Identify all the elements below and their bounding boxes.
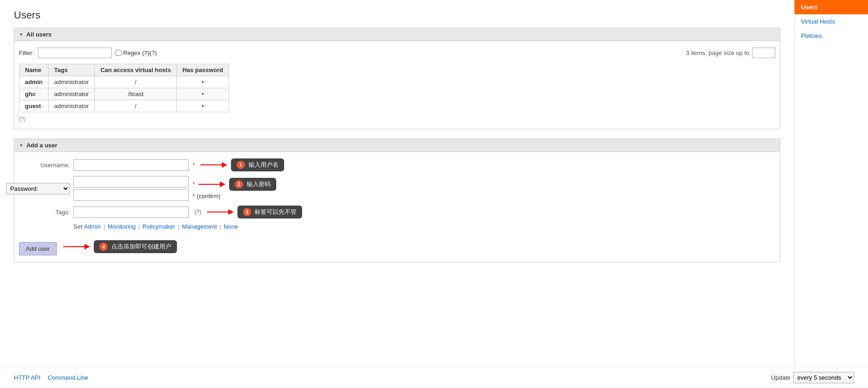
col-vhosts: Can access virtual hosts [95, 64, 176, 76]
password-annotation-text: 输入密码 [247, 181, 271, 188]
username-label: Username: [19, 162, 70, 169]
password-bubble: 2 输入密码 [229, 178, 276, 191]
filter-row: Filter: Regex (?)(?) 3 items, page size … [19, 48, 775, 58]
tag-admin-link[interactable]: Admin [84, 223, 101, 230]
update-label: Update [771, 374, 790, 381]
username-arrow [200, 160, 228, 170]
username-annotation-row: 1 输入用户名 [200, 158, 284, 171]
add-user-annotation-text: 点击添加即可创建用户 [111, 243, 171, 250]
add-user-arrow [63, 242, 91, 251]
tags-row: Tags: (?) 3 标签可以先不管 [19, 206, 775, 218]
password-type-select[interactable]: Password: Hashed password: [6, 183, 70, 194]
tags-num: 3 [243, 208, 251, 216]
all-users-section: ▼ All users Filter: Regex (?)(?) 3 items… [14, 28, 780, 129]
tags-hint: (?) [194, 209, 201, 215]
password-num: 2 [235, 180, 243, 188]
filter-label: Filter: [19, 49, 34, 56]
username-annotation-text: 输入用户名 [249, 161, 279, 168]
http-api-link[interactable]: HTTP API [14, 374, 41, 381]
user-vhosts: / [95, 100, 176, 112]
all-users-title: All users [26, 31, 52, 38]
col-tags: Tags [49, 64, 95, 76]
user-has-password: • [176, 88, 229, 100]
password-input[interactable] [73, 176, 189, 188]
all-users-help: (?) [19, 116, 775, 122]
all-users-body: Filter: Regex (?)(?) 3 items, page size … [14, 41, 780, 129]
filter-right: 3 items, page size up to 100 [686, 48, 775, 58]
tags-set-row: Set Admin | Monitoring | Policymaker | M… [73, 223, 775, 230]
regex-checkbox[interactable] [115, 50, 121, 56]
user-name: guest [19, 100, 49, 112]
tags-bubble: 3 标签可以先不管 [237, 206, 303, 218]
password-arrow [199, 180, 226, 189]
sidebar-item-virtual-hosts[interactable]: Virtual Hosts [795, 14, 868, 29]
user-tags: administrator [49, 76, 95, 88]
filter-input[interactable] [38, 48, 112, 58]
footer-right: Update every 5 secondsevery 10 secondsev… [771, 372, 854, 383]
add-user-button[interactable]: Add user [19, 242, 57, 255]
table-row[interactable]: guest administrator / • [19, 100, 229, 112]
tags-annotation-text: 标签可以先不管 [255, 208, 297, 215]
confirm-required: * [193, 193, 195, 200]
confirm-label: (confirm) [197, 193, 220, 200]
update-select[interactable]: every 5 secondsevery 10 secondsevery 30 … [793, 372, 854, 383]
add-user-btn-row: Add user 4 点击添加即可创建用户 [19, 237, 775, 255]
password-required: * [193, 181, 195, 188]
user-has-password: • [176, 76, 229, 88]
tags-label: Tags: [19, 209, 70, 216]
user-name: admin [19, 76, 49, 88]
username-bubble: 1 输入用户名 [231, 158, 284, 171]
user-name: ghc [19, 88, 49, 100]
user-has-password: • [176, 100, 229, 112]
sidebar-item-policies[interactable]: Policies [795, 29, 868, 43]
add-user-annotation-row: 4 点击添加即可创建用户 [63, 240, 177, 253]
collapse-triangle: ▼ [19, 32, 24, 37]
table-row[interactable]: admin administrator / • [19, 76, 229, 88]
tag-management-link[interactable]: Management [182, 223, 217, 230]
username-input[interactable] [73, 159, 189, 171]
regex-label[interactable]: Regex (?)(?) [115, 49, 157, 56]
tags-arrow [207, 207, 235, 217]
all-users-header[interactable]: ▼ All users [14, 28, 780, 41]
table-row[interactable]: ghc administrator /itcast • [19, 88, 229, 100]
add-user-bubble: 4 点击添加即可创建用户 [94, 240, 177, 253]
users-table: Name Tags Can access virtual hosts Has p… [19, 64, 229, 112]
col-password: Has password [176, 64, 229, 76]
command-line-link[interactable]: Command Line [48, 374, 88, 381]
add-user-triangle: ▼ [19, 143, 24, 148]
footer: HTTP API Command Line Update every 5 sec… [0, 367, 868, 388]
sidebar: Users Virtual Hosts Policies [794, 0, 868, 388]
add-user-title: Add a user [26, 142, 57, 149]
regex-text: Regex (?)(?) [123, 49, 157, 56]
user-tags: administrator [49, 88, 95, 100]
footer-links: HTTP API Command Line [14, 374, 94, 381]
username-required: * [193, 162, 195, 169]
user-vhosts: / [95, 76, 176, 88]
tags-input[interactable] [73, 206, 189, 218]
page-title: Users [14, 9, 780, 21]
tag-policymaker-link[interactable]: Policymaker [142, 223, 175, 230]
user-tags: administrator [49, 100, 95, 112]
page-size-text: 3 items, page size up to [686, 49, 749, 56]
tags-annotation-row: 3 标签可以先不管 [207, 206, 303, 218]
add-user-header[interactable]: ▼ Add a user [14, 139, 780, 152]
filter-left: Filter: Regex (?)(?) [19, 48, 157, 58]
username-num: 1 [237, 161, 245, 169]
add-user-num: 4 [99, 242, 108, 251]
tag-monitoring-link[interactable]: Monitoring [108, 223, 136, 230]
page-size-input[interactable]: 100 [752, 48, 775, 58]
username-row: Username: * 1 输入用户名 [19, 158, 775, 171]
add-user-body: Username: * 1 输入用户名 [14, 152, 780, 262]
add-user-section: ▼ Add a user Username: * 1 [14, 139, 780, 262]
user-vhosts: /itcast [95, 88, 176, 100]
tags-set-label: Set [73, 223, 83, 230]
password-annotation-row: 2 输入密码 [199, 178, 276, 191]
tag-none-link[interactable]: None [224, 223, 238, 230]
table-header-row: Name Tags Can access virtual hosts Has p… [19, 64, 229, 76]
col-name: Name [19, 64, 49, 76]
password-row: Password: Hashed password: * [19, 176, 775, 201]
password-confirm-input[interactable] [73, 189, 189, 201]
sidebar-item-users[interactable]: Users [795, 0, 868, 14]
